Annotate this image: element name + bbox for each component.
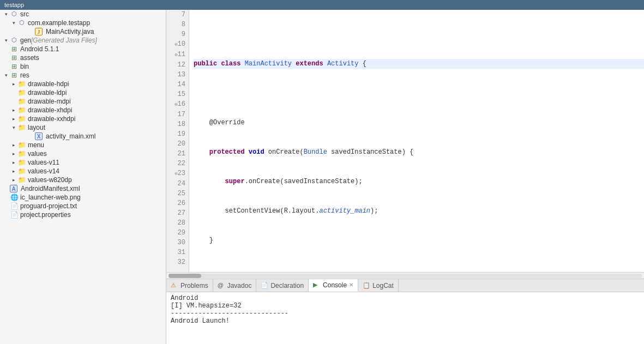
sidebar-item-values[interactable]: ▸ 📁 values [0, 149, 166, 158]
sidebar-label: MainActivity.java [46, 28, 94, 35]
code-area: 7 8 9 ⊖10 ⊖11 12 13 14 15 ⊖16 17 18 19 2… [166, 10, 644, 344]
sidebar-item-mainactivity[interactable]: J MainActivity.java [0, 27, 166, 36]
sidebar-label: drawable-xhdpi [28, 106, 72, 114]
sidebar-label: AndroidManifest.xml [21, 185, 80, 192]
sidebar-label: bin [20, 63, 29, 70]
sidebar-item-drawable-ldpi[interactable]: 📁 drawable-ldpi [0, 88, 166, 97]
sidebar-label: src [20, 10, 29, 18]
declaration-icon: 📄 [261, 282, 268, 289]
tab-console-label: Console [323, 281, 347, 289]
sidebar-item-bin[interactable]: ⊞ bin [0, 62, 166, 71]
code-editor[interactable]: 7 8 9 ⊖10 ⊖11 12 13 14 15 ⊖16 17 18 19 2… [166, 10, 644, 272]
sidebar-item-project-properties[interactable]: 📄 project.properties [0, 210, 166, 219]
console-tab-close[interactable]: ✕ [349, 282, 353, 288]
sidebar-label: ic_launcher-web.png [20, 194, 81, 201]
sidebar-item-layout[interactable]: ▾ 📁 layout [0, 123, 166, 132]
tab-problems-label: Problems [180, 282, 208, 289]
title-bar: testapp [0, 0, 644, 10]
tab-problems[interactable]: ⚠ Problems [166, 279, 213, 292]
line-numbers: 7 8 9 ⊖10 ⊖11 12 13 14 15 ⊖16 17 18 19 2… [166, 10, 189, 272]
console-line-3: ------------------------------ [171, 310, 640, 317]
sidebar-item-drawable-xhdpi[interactable]: ▸ 📁 drawable-xhdpi [0, 106, 166, 114]
logcat-icon: 📋 [363, 282, 370, 289]
sidebar-label: com.example.testapp [28, 19, 90, 27]
console-content[interactable]: Android [I] VM.heapsize=32 -------------… [166, 292, 644, 344]
tab-declaration[interactable]: 📄 Declaration [256, 279, 309, 292]
sidebar-item-menu[interactable]: ▸ 📁 menu [0, 141, 166, 149]
sidebar-label: Android 5.1.1 [20, 45, 59, 53]
code-lines: public class MainActivity extends Activi… [189, 10, 644, 272]
sidebar-label: values-v14 [28, 167, 59, 175]
sidebar-item-values-v11[interactable]: ▸ 📁 values-v11 [0, 158, 166, 167]
sidebar-item-values-v14[interactable]: ▸ 📁 values-v14 [0, 167, 166, 176]
sidebar-label: layout [28, 124, 45, 131]
sidebar-label: gen [20, 37, 31, 44]
sidebar-label: values-w820dp [28, 176, 72, 184]
sidebar-item-drawable-xxhdpi[interactable]: ▸ 📁 drawable-xxhdpi [0, 114, 166, 123]
tab-javadoc-label: Javadoc [227, 282, 252, 289]
console-line-1: Android [171, 294, 640, 302]
sidebar-label: drawable-hdpi [28, 80, 69, 88]
sidebar-label: assets [20, 54, 39, 62]
sidebar-label: proguard-project.txt [20, 202, 77, 210]
title-label: testapp [4, 2, 24, 8]
sidebar-item-activity-main-xml[interactable]: X activity_main.xml [0, 132, 166, 141]
sidebar-item-assets[interactable]: ⊞ assets [0, 53, 166, 62]
tab-javadoc[interactable]: @ Javadoc [213, 279, 257, 292]
sidebar-item-androidmanifest[interactable]: A AndroidManifest.xml [0, 184, 166, 193]
sidebar-item-res[interactable]: ▾ ⊞ res [0, 71, 166, 80]
sidebar-label: menu [28, 141, 44, 149]
tab-console[interactable]: ▶ Console ✕ [309, 279, 358, 292]
sidebar-item-android[interactable]: ⊞ Android 5.1.1 [0, 45, 166, 53]
sidebar-label: drawable-mdpi [28, 98, 71, 105]
sidebar-item-src[interactable]: ▾ ⬡ src [0, 10, 166, 19]
sidebar-label: drawable-xxhdpi [28, 115, 75, 123]
sidebar-item-values-w820dp[interactable]: ▸ 📁 values-w820dp [0, 176, 166, 184]
sidebar-label: drawable-ldpi [28, 89, 67, 96]
sidebar-label: values-v11 [28, 159, 59, 166]
console-line-4: Android Launch! [171, 317, 640, 325]
sidebar-label: activity_main.xml [46, 132, 95, 140]
console-line-2: [I] VM.heapsize=32 [171, 302, 640, 310]
bottom-tabs: ⚠ Problems @ Javadoc 📄 Declaration ▶ Con… [166, 279, 644, 292]
tab-logcat[interactable]: 📋 LogCat [358, 279, 399, 292]
tab-declaration-label: Declaration [270, 282, 304, 289]
sidebar-label: project.properties [20, 211, 71, 219]
sidebar-item-proguard[interactable]: 📄 proguard-project.txt [0, 202, 166, 210]
problems-icon: ⚠ [171, 282, 178, 289]
horizontal-scrollbar[interactable] [166, 272, 644, 279]
sidebar-item-gen[interactable]: ▾ ⬡ gen [Generated Java Files] [0, 36, 166, 45]
javadoc-icon: @ [218, 282, 225, 289]
sidebar-item-com[interactable]: ▾ ⬡ com.example.testapp [0, 19, 166, 27]
bottom-panel: ⚠ Problems @ Javadoc 📄 Declaration ▶ Con… [166, 279, 644, 344]
console-icon: ▶ [313, 281, 321, 289]
sidebar-label: values [28, 150, 47, 158]
sidebar-label: res [20, 71, 29, 79]
sidebar: ▾ ⬡ src ▾ ⬡ com.example.testapp J MainAc… [0, 10, 166, 344]
sidebar-item-drawable-mdpi[interactable]: 📁 drawable-mdpi [0, 97, 166, 106]
sidebar-item-ic-launcher[interactable]: 🌐 ic_launcher-web.png [0, 193, 166, 202]
sidebar-item-drawable-hdpi[interactable]: ▸ 📁 drawable-hdpi [0, 80, 166, 88]
tab-logcat-label: LogCat [372, 282, 394, 289]
